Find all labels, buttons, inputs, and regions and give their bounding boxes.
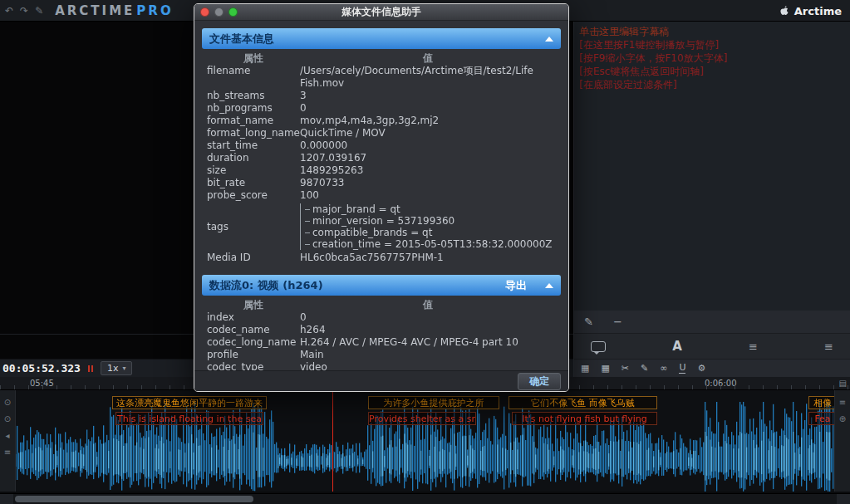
ruler-time-label: 0:06:00 (705, 379, 737, 388)
subtitle-block-en[interactable]: It's not flying fish but flying (512, 412, 657, 425)
tool-row-middle: A ≡ ≡ (574, 334, 850, 360)
eye-icon[interactable]: ⊙ (0, 398, 15, 407)
apple-icon (779, 5, 789, 17)
property-name: format_long_name (207, 127, 300, 139)
close-window-button[interactable] (200, 7, 209, 17)
column-header-value: 值 (300, 51, 556, 65)
dialog-titlebar[interactable]: 媒体文件信息助手 (194, 4, 568, 21)
subtitle-block-en[interactable]: Provides shelter as a sm (368, 412, 476, 425)
gear-icon[interactable]: ⚙ (697, 363, 705, 374)
property-name: codec_type (207, 361, 300, 370)
subtitle-block-en[interactable]: This is island floating in the sea (115, 412, 263, 425)
tag-entry: minor_version = 537199360 (305, 215, 556, 227)
minus-icon[interactable]: − (613, 316, 622, 328)
scrollbar-right-cap[interactable] (837, 494, 850, 504)
align-list-icon[interactable]: ≡ (749, 340, 758, 353)
section-title: 文件基本信息 (209, 32, 274, 46)
subtitle-block-en[interactable]: Fea (808, 412, 837, 425)
info-row: duration1207.039167 (207, 152, 556, 164)
collapse-left-icon[interactable]: ◂ (0, 431, 15, 440)
underline-icon[interactable]: U (679, 362, 685, 374)
playback-rate-dropdown[interactable]: 1x ▾ (101, 361, 133, 375)
property-name: tags (207, 221, 300, 233)
property-name: nb_streams (207, 90, 300, 102)
pencil-icon[interactable]: ✎ (641, 363, 648, 374)
property-value: 1489295263 (300, 164, 556, 177)
subtitle-block-zh[interactable]: 它们不像飞鱼 而像飞乌贼 (509, 396, 657, 409)
chevron-down-icon: ▾ (122, 365, 125, 372)
property-value: H.264 / AVC / MPEG-4 AVC / MPEG-4 part 1… (300, 336, 556, 349)
track-header-strip: ⊙ ⊙ ◂ ≡ (0, 390, 16, 492)
property-value: 9870733 (300, 177, 556, 189)
scrollbar-thumb[interactable] (15, 496, 253, 502)
timeline-scrollbar[interactable] (0, 493, 850, 504)
property-name: size (207, 164, 300, 177)
info-row: probe_score100 (207, 189, 556, 202)
subtitle-block-zh[interactable]: 这条漂亮魔鬼鱼悠闲平静的一路游来 (112, 396, 267, 409)
minimize-window-button[interactable] (214, 7, 224, 17)
hint-text: [在底部设定过滤条件] (579, 78, 850, 91)
track-menu-icon[interactable]: ≡ (0, 448, 15, 457)
collapse-icon[interactable] (545, 37, 553, 42)
info-row: size1489295263 (207, 164, 556, 177)
property-value: 0.000000 (300, 139, 556, 152)
property-value: h264 (300, 324, 556, 336)
collapse-icon[interactable] (545, 283, 553, 288)
info-row: start_time0.000000 (207, 139, 556, 152)
property-value: 100 (300, 189, 556, 202)
tag-entry: major_brand = qt (305, 203, 556, 215)
timeline: ▤ 05:450:06:00 ⊙ ⊙ ◂ ≡ ≡ ⊕ 这条漂亮魔鬼鱼悠闲平静的一… (0, 377, 850, 504)
subtitle-tracks[interactable]: ⊙ ⊙ ◂ ≡ ≡ ⊕ 这条漂亮魔鬼鱼悠闲平静的一路游来This is isla… (0, 390, 850, 492)
property-name: start_time (207, 139, 300, 152)
property-name: probe_score (207, 189, 300, 202)
scrollbar-left-cap[interactable] (0, 494, 13, 504)
info-row: format_long_nameQuickTime / MOV (207, 127, 556, 139)
edit-icon[interactable]: ✎ (35, 5, 43, 17)
undo-icon[interactable]: ↶ (5, 5, 13, 17)
property-name: profile (207, 349, 300, 361)
property-value: QuickTime / MOV (300, 127, 556, 139)
info-row: codec_typevideo (207, 361, 556, 370)
redo-icon[interactable]: ↷ (20, 5, 28, 17)
ok-button[interactable]: 确定 (518, 373, 561, 390)
app-menu-label: Arctime (794, 5, 842, 17)
grid2-icon[interactable]: ▦ (601, 363, 609, 374)
stream-info-table: 属性 值 index0codec_nameh264codec_long_name… (202, 296, 561, 370)
zoom-window-button[interactable] (228, 7, 238, 17)
property-value: 0 (300, 102, 556, 115)
eye2-icon[interactable]: ⊙ (0, 414, 15, 423)
list-icon[interactable]: ≡ (835, 398, 850, 407)
property-value: 1207.039167 (300, 152, 556, 164)
cut-icon[interactable]: ✂ (622, 363, 629, 374)
section-header-stream0[interactable]: 数据流0: 视频 (h264) 导出 (202, 275, 561, 296)
info-row: bit_rate9870733 (207, 177, 556, 189)
link-icon[interactable]: ∞ (660, 363, 667, 374)
ruler-options-icon[interactable]: ▤ (839, 379, 847, 388)
hint-panel[interactable]: 单击这里编辑字幕稿[在这里按F1键控制播放与暂停][按F9缩小字体，按F10放大… (573, 22, 850, 311)
file-info-table: 属性 值 filename/Users/acely/Documents/Arct… (202, 49, 561, 268)
text-style-icon[interactable]: A (672, 339, 682, 354)
track-right-strip: ≡ ⊕ (834, 390, 850, 492)
playhead[interactable] (332, 377, 333, 492)
playback-rate-value: 1x (107, 363, 119, 374)
timecode-display: 00:05:52.323 (2, 362, 81, 374)
line-list-icon[interactable]: ≡ (824, 340, 833, 353)
pen-icon[interactable]: ✎ (584, 316, 593, 328)
info-row: format_namemov,mp4,m4a,3gp,3g2,mj2 (207, 115, 556, 127)
property-name: filename (207, 65, 300, 90)
dialog-title: 媒体文件信息助手 (194, 5, 568, 19)
app-logo: ARCTIMEPRO (55, 3, 173, 18)
add-icon[interactable]: ⊕ (835, 414, 850, 423)
chat-bubble-icon[interactable] (591, 341, 606, 352)
export-button[interactable]: 导出 (505, 278, 527, 293)
hint-text: 单击这里编辑字幕稿 (579, 25, 850, 38)
info-row: nb_programs0 (207, 102, 556, 115)
section-header-file-info[interactable]: 文件基本信息 (202, 28, 561, 49)
subtitle-block-zh[interactable]: 相像 (808, 396, 837, 409)
app-menu[interactable]: Arctime (779, 0, 842, 22)
logo-pro: PRO (136, 3, 173, 18)
tag-entry: compatible_brands = qt (305, 227, 556, 238)
property-name: bit_rate (207, 177, 300, 189)
subtitle-block-zh[interactable]: 为许多小鱼提供庇护之所 (368, 396, 499, 409)
grid-icon[interactable]: ▦ (581, 363, 589, 374)
